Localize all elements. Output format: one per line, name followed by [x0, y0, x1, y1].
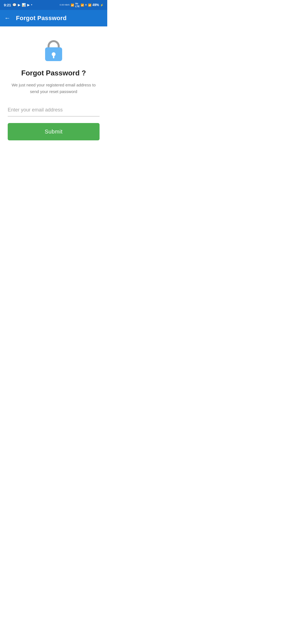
- kb-speed: 0.00 KB/S: [60, 4, 70, 6]
- status-left: 9:21 💬 ▶ 📊 ▶ •: [4, 3, 32, 7]
- battery-icon: ⚡: [100, 4, 103, 7]
- dot-icon: •: [31, 3, 32, 7]
- status-time: 9:21: [4, 3, 11, 7]
- back-button[interactable]: ←: [4, 15, 10, 22]
- youtube-icon: ▶: [27, 3, 30, 7]
- app-bar: ← Forgot Password: [0, 10, 107, 26]
- signal-icon-2: 📶: [88, 4, 91, 7]
- wifi-icon: 📶: [71, 4, 74, 7]
- email-input[interactable]: [8, 106, 100, 114]
- signal-icon-1: 📶: [81, 4, 84, 7]
- whatsapp-icon: 💬: [12, 3, 16, 7]
- email-input-wrapper: [8, 106, 100, 116]
- r-indicator: R: [85, 4, 87, 6]
- submit-button[interactable]: Submit: [8, 123, 100, 140]
- lock-icon-wrapper: [45, 40, 62, 61]
- app-icon: 📊: [22, 3, 26, 7]
- status-bar: 9:21 💬 ▶ 📊 ▶ • 0.00 KB/S 📶 VoLTE 📶 R 📶 4…: [0, 0, 107, 10]
- lock-shackle-icon: [48, 40, 60, 47]
- forgot-heading: Forgot Password ?: [21, 69, 86, 77]
- main-content: Forgot Password ? We just need your regi…: [0, 26, 107, 151]
- media-icon: ▶: [18, 3, 20, 7]
- battery-text: 49%: [92, 3, 99, 7]
- lock-body-icon: [45, 47, 62, 61]
- forgot-description: We just need your registered email addre…: [10, 82, 98, 95]
- volte-icon: VoLTE: [75, 2, 79, 8]
- status-right: 0.00 KB/S 📶 VoLTE 📶 R 📶 49% ⚡: [60, 2, 103, 8]
- lock-keyhole-icon: [52, 52, 56, 56]
- app-bar-title: Forgot Password: [16, 15, 67, 22]
